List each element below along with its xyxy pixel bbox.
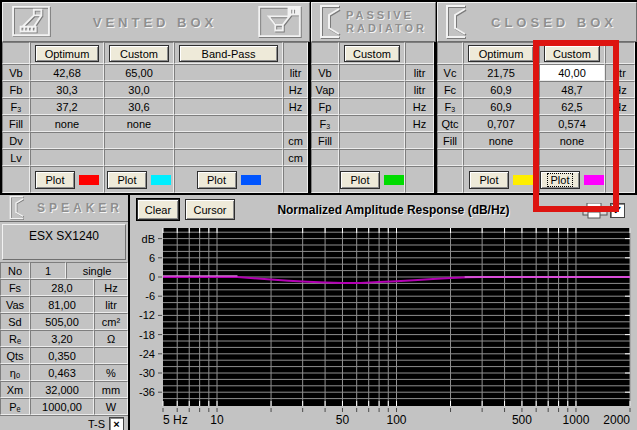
cb-optimum-button[interactable]: Optimum xyxy=(468,45,534,62)
empty-cell xyxy=(339,149,405,166)
plot-color-swatch xyxy=(513,175,533,185)
unit-label: cm xyxy=(283,132,308,149)
unit-label: litr xyxy=(283,64,308,81)
cursor-button[interactable]: Cursor xyxy=(185,199,235,220)
button-cell: Custom xyxy=(104,42,174,64)
passive-radiator-header: PASSIVE RADIATOR xyxy=(311,2,436,42)
plot-vented-bandpass-button[interactable]: Plot xyxy=(197,171,237,189)
plot-cb-custom-button[interactable]: Plot xyxy=(540,171,580,189)
unit-label: litr xyxy=(405,81,434,98)
amplitude-response-plot[interactable]: dB60-6-12-18-24-30-365 Hz105010050010002… xyxy=(130,223,637,430)
value-cell: single xyxy=(66,262,128,279)
svg-text:-36: -36 xyxy=(139,386,155,398)
unit-label: Ω xyxy=(94,330,128,347)
plot-pr-custom-button[interactable]: Plot xyxy=(340,171,380,189)
pr-custom-button[interactable]: Custom xyxy=(344,45,400,62)
print-icon[interactable] xyxy=(582,203,608,219)
vented-custom-button[interactable]: Custom xyxy=(109,45,169,62)
value-cell: 505,00 xyxy=(30,313,94,330)
closed-box-title: CLOSED BOX xyxy=(472,15,636,30)
unit-label: litr xyxy=(605,64,635,81)
empty-cell xyxy=(405,42,434,64)
row-label: Lv xyxy=(2,149,30,166)
unit-label: litr xyxy=(405,64,434,81)
vented-optimum-button[interactable]: Optimum xyxy=(35,45,99,62)
plot-color-swatch xyxy=(241,175,261,185)
plot-color-swatch xyxy=(79,175,99,185)
empty-cell xyxy=(311,166,339,193)
plot-cell: Plot xyxy=(463,166,539,193)
svg-text:-12: -12 xyxy=(139,309,155,321)
row-label: Fp xyxy=(311,98,339,115)
svg-text:500: 500 xyxy=(512,413,532,427)
ts-checkbox[interactable]: × xyxy=(109,417,124,430)
empty-cell xyxy=(539,149,605,166)
value-cell: 1 xyxy=(30,262,66,279)
value-cell xyxy=(339,115,405,132)
svg-text:-24: -24 xyxy=(139,348,155,360)
plot-cell: Plot xyxy=(174,166,283,193)
closed-box-table: Optimum Custom Vc 21,75 40,00 litr Fc 60… xyxy=(437,42,635,193)
speaker-title: SPEAKER xyxy=(32,201,128,215)
vented-box-diagram-icon xyxy=(256,5,304,39)
value-cell: 62,5 xyxy=(539,98,605,115)
empty-cell xyxy=(311,42,339,64)
row-label: Fs xyxy=(0,279,30,296)
empty-cell xyxy=(605,42,635,64)
cb-custom-button[interactable]: Custom xyxy=(544,45,600,62)
value-cell: 60,9 xyxy=(463,81,539,98)
value-cell xyxy=(174,115,283,132)
svg-text:2000: 2000 xyxy=(603,413,630,427)
svg-text:100: 100 xyxy=(386,413,406,427)
row-label: Fill xyxy=(437,132,463,149)
unit-label: Hz xyxy=(605,98,635,115)
empty-cell xyxy=(283,166,308,193)
value-cell xyxy=(174,64,283,81)
vented-box-table: Optimum Custom Band-Pass Vb 42,68 65,00 … xyxy=(2,42,308,193)
unit-label: Hz xyxy=(283,81,308,98)
svg-text:6: 6 xyxy=(149,252,155,264)
plot-vented-optimum-button[interactable]: Plot xyxy=(35,171,75,189)
vc-custom-input[interactable]: 40,00 xyxy=(539,64,605,81)
value-cell: 30,0 xyxy=(104,81,174,98)
empty-cell xyxy=(605,149,635,166)
speaker-table: No 1 single Fs 28,0 Hz Vas 81,00 litr Sd… xyxy=(0,262,128,430)
svg-text:50: 50 xyxy=(336,413,350,427)
value-cell: 0,350 xyxy=(30,347,94,364)
unit-label: cm xyxy=(283,149,308,166)
clear-button[interactable]: Clear xyxy=(137,199,179,220)
row-label: No xyxy=(0,262,30,279)
value-cell: none xyxy=(463,132,539,149)
graph-enable-checkbox[interactable]: ✓ xyxy=(610,203,625,218)
row-label: Rₑ xyxy=(0,330,30,347)
row-label: Fill xyxy=(2,115,30,132)
value-cell: 30,6 xyxy=(104,98,174,115)
value-cell xyxy=(104,149,174,166)
unit-label: Hz xyxy=(605,81,635,98)
value-cell xyxy=(339,98,405,115)
plot-color-swatch xyxy=(151,175,171,185)
unit-label: W xyxy=(94,398,128,415)
unit-label xyxy=(94,347,128,364)
svg-text:dB: dB xyxy=(142,233,155,245)
empty-cell xyxy=(437,149,463,166)
value-cell xyxy=(30,149,104,166)
unit-label xyxy=(605,132,635,149)
unit-label xyxy=(605,115,635,132)
graph-panel: Clear Cursor Normalized Amplitude Respon… xyxy=(130,195,637,430)
vented-bandpass-button[interactable]: Band-Pass xyxy=(179,45,278,62)
value-cell: 37,2 xyxy=(30,98,104,115)
plot-cb-optimum-button[interactable]: Plot xyxy=(469,171,509,189)
unit-label: cm² xyxy=(94,313,128,330)
value-cell: 0,574 xyxy=(539,115,605,132)
value-cell: 0,707 xyxy=(463,115,539,132)
button-cell: Band-Pass xyxy=(174,42,283,64)
row-label: Fc xyxy=(437,81,463,98)
value-cell: 3,20 xyxy=(30,330,94,347)
value-cell: none xyxy=(539,132,605,149)
unit-label xyxy=(283,115,308,132)
empty-cell xyxy=(2,166,30,193)
row-label: Vc xyxy=(437,64,463,81)
speaker-cutout-icon xyxy=(5,196,27,220)
plot-vented-custom-button[interactable]: Plot xyxy=(107,171,147,189)
